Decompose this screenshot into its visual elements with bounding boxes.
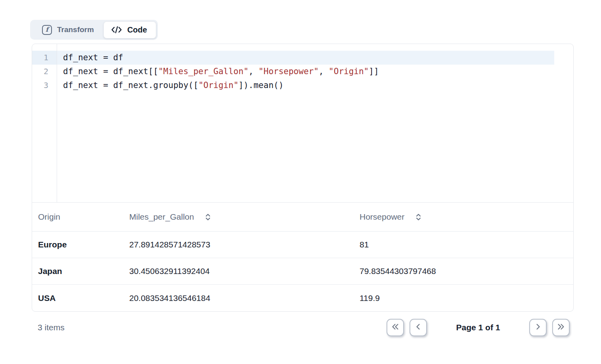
- code-token-string: "Origin": [198, 80, 238, 90]
- code-token: df_next = df: [63, 53, 123, 62]
- code-token: df_next = df_next[[: [63, 67, 158, 76]
- cell-horsepower: 81: [360, 240, 573, 249]
- code-token-string: "Horsepower": [258, 67, 319, 76]
- tab-transform[interactable]: f Transform: [32, 21, 103, 38]
- code-token-string: "Origin": [329, 67, 369, 76]
- cell-miles-per-gallon: 27.891428571428573: [129, 240, 360, 249]
- data-wrangler-panel: f Transform Code 1 2 3 df_next = df: [0, 0, 601, 364]
- code-line-2: df_next = df_next[["Miles_per_Gallon", "…: [57, 65, 573, 79]
- code-line-3: df_next = df_next.groupby(["Origin"]).me…: [57, 79, 573, 92]
- page-indicator: Page 1 of 1: [433, 323, 524, 332]
- column-header-horsepower[interactable]: Horsepower: [360, 212, 573, 222]
- code-token-string: "Miles_per_Gallon": [158, 67, 249, 76]
- code-token: df_next = df_next.groupby([: [63, 80, 198, 90]
- column-header-origin: Origin: [38, 212, 129, 222]
- table-header: Origin Miles_per_Gallon Horsepower: [32, 203, 573, 232]
- tab-code-label: Code: [127, 25, 147, 34]
- column-label: Horsepower: [360, 212, 404, 222]
- code-and-table-panel: 1 2 3 df_next = df df_next = df_next[["M…: [32, 44, 574, 312]
- cell-horsepower: 119.9: [360, 293, 573, 303]
- prev-page-button[interactable]: [410, 319, 427, 336]
- code-token: ,: [249, 67, 258, 76]
- table-row: USA 20.083534136546184 119.9: [32, 285, 573, 311]
- editor-gutter: 1 2 3: [32, 44, 57, 202]
- last-page-button[interactable]: [552, 319, 570, 336]
- function-icon: f: [42, 25, 52, 35]
- chevrons-right-icon: [557, 323, 565, 332]
- editor-content: df_next = df df_next = df_next[["Miles_p…: [57, 44, 573, 202]
- cell-miles-per-gallon: 20.083534136546184: [129, 293, 360, 303]
- column-label: Miles_per_Gallon: [129, 212, 194, 222]
- cell-horsepower: 79.83544303797468: [360, 266, 573, 276]
- next-page-button[interactable]: [529, 319, 547, 336]
- chevron-left-icon: [415, 323, 422, 332]
- code-editor[interactable]: 1 2 3 df_next = df df_next = df_next[["M…: [32, 44, 573, 203]
- tab-transform-label: Transform: [57, 25, 94, 34]
- cell-origin: USA: [38, 293, 129, 303]
- cell-origin: Japan: [38, 266, 129, 276]
- code-token: ,: [319, 67, 329, 76]
- code-token: ]]: [369, 67, 379, 76]
- line-number: 2: [32, 65, 57, 79]
- code-brackets-icon: [111, 26, 122, 34]
- cell-miles-per-gallon: 30.450632911392404: [129, 266, 360, 276]
- table-footer: 3 items Page 1 of 1: [32, 317, 574, 338]
- chevron-right-icon: [534, 323, 542, 332]
- column-label: Origin: [38, 212, 60, 222]
- tab-code[interactable]: Code: [103, 21, 156, 38]
- table-row: Europe 27.891428571428573 81: [32, 232, 573, 258]
- pagination: Page 1 of 1: [387, 319, 570, 336]
- line-number: 3: [32, 79, 57, 92]
- chevrons-left-icon: [391, 323, 400, 332]
- first-page-button[interactable]: [387, 319, 404, 336]
- table-row: Japan 30.450632911392404 79.835443037974…: [32, 258, 573, 285]
- code-token: ]).mean(): [239, 80, 284, 90]
- sort-updown-icon: [415, 213, 422, 221]
- cell-origin: Europe: [38, 240, 129, 249]
- line-number: 1: [32, 51, 57, 65]
- view-tabs: f Transform Code: [30, 20, 158, 40]
- column-header-miles-per-gallon[interactable]: Miles_per_Gallon: [129, 212, 360, 222]
- sort-updown-icon: [205, 213, 211, 221]
- items-count: 3 items: [38, 323, 65, 332]
- code-line-1: df_next = df: [57, 51, 554, 65]
